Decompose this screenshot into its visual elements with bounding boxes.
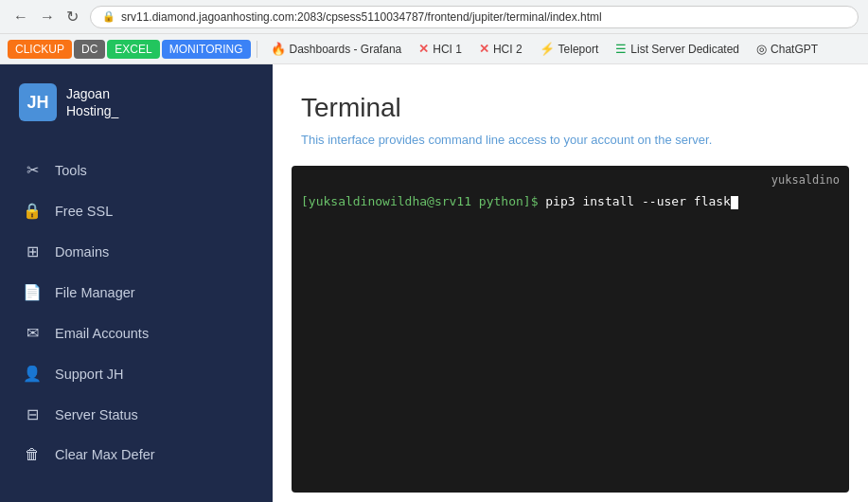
- terminal-content: [yuksaldinowildha@srv11 python]$ pip3 in…: [292, 166, 849, 219]
- page-subtitle: This interface provides command line acc…: [301, 133, 840, 147]
- back-button[interactable]: ←: [9, 7, 32, 27]
- page-title: Terminal: [301, 93, 840, 123]
- nav-buttons: ← → ↻: [9, 6, 82, 27]
- browser-chrome: ← → ↻ 🔒 srv11.diamond.jagoanhosting.com:…: [0, 0, 868, 34]
- prompt-user: [yuksaldinowildha@srv11 python]$: [301, 194, 538, 208]
- bookmark-clickup[interactable]: CLICKUP: [8, 40, 72, 59]
- server-status-icon: ⊟: [23, 405, 42, 423]
- url-text: srv11.diamond.jagoanhosting.com:2083/cps…: [121, 10, 602, 24]
- logo-box: JH: [19, 83, 57, 121]
- sidebar: JH Jagoan Hosting_ ✂ Tools 🔒 Free SSL ⊞ …: [0, 64, 273, 502]
- bookmark-hci1[interactable]: ✕ HCI 1: [411, 39, 469, 59]
- content-area: Terminal This interface provides command…: [273, 64, 868, 502]
- bookmark-teleport[interactable]: ⚡ Teleport: [532, 39, 607, 59]
- sidebar-item-clear-defer-label: Clear Max Defer: [55, 447, 155, 462]
- main-layout: JH Jagoan Hosting_ ✂ Tools 🔒 Free SSL ⊞ …: [0, 64, 868, 502]
- teleport-label: Teleport: [558, 43, 599, 56]
- lock-icon: 🔒: [102, 10, 115, 23]
- prompt-command: pip3 install --user flask: [538, 194, 731, 208]
- sidebar-item-email-label: Email Accounts: [55, 326, 149, 341]
- bookmark-monitoring[interactable]: MONITORING: [162, 40, 251, 59]
- cursor: [731, 196, 738, 209]
- clickup-label: CLICKUP: [15, 43, 64, 56]
- bookmark-separator-1: [257, 41, 257, 58]
- logo-text: Jagoan Hosting_: [66, 85, 118, 119]
- email-icon: ✉: [23, 324, 42, 342]
- terminal-username: yuksaldino: [771, 173, 840, 187]
- sidebar-item-free-ssl[interactable]: 🔒 Free SSL: [0, 190, 273, 231]
- hci2-label: HCI 2: [493, 43, 523, 56]
- chatgpt-icon: ◎: [756, 42, 767, 56]
- bookmark-hci2[interactable]: ✕ HCI 2: [471, 39, 530, 59]
- excel-label: EXCEL: [115, 43, 151, 56]
- sidebar-item-support-label: Support JH: [55, 367, 124, 382]
- ssl-icon: 🔒: [23, 202, 42, 220]
- bookmark-list-server[interactable]: ☰ List Server Dedicated: [608, 39, 747, 59]
- bookmarks-bar: CLICKUP DC EXCEL MONITORING 🔥 Dashboards…: [0, 34, 868, 64]
- sidebar-item-clear-max-defer[interactable]: 🗑 Clear Max Defer: [0, 435, 273, 475]
- content-header: Terminal This interface provides command…: [273, 64, 868, 156]
- terminal-area[interactable]: yuksaldino [yuksaldinowildha@srv11 pytho…: [292, 166, 849, 493]
- domains-icon: ⊞: [23, 242, 42, 260]
- sidebar-item-domains[interactable]: ⊞ Domains: [0, 231, 273, 272]
- logo-icon: JH: [27, 93, 48, 113]
- list-server-label: List Server Dedicated: [630, 43, 739, 56]
- sidebar-item-server-status-label: Server Status: [55, 407, 138, 422]
- refresh-button[interactable]: ↻: [62, 6, 82, 27]
- monitoring-label: MONITORING: [169, 43, 243, 56]
- bookmark-chatgpt[interactable]: ◎ ChatGPT: [749, 39, 825, 59]
- terminal-prompt: [yuksaldinowildha@srv11 python]$ pip3 in…: [301, 194, 738, 208]
- sidebar-logo: JH Jagoan Hosting_: [0, 64, 273, 140]
- sidebar-item-server-status[interactable]: ⊟ Server Status: [0, 394, 273, 435]
- clear-defer-icon: 🗑: [23, 446, 42, 463]
- sidebar-item-tools[interactable]: ✂ Tools: [0, 150, 273, 190]
- bookmark-dc[interactable]: DC: [74, 40, 105, 59]
- chatgpt-label: ChatGPT: [771, 43, 818, 56]
- sidebar-item-file-manager[interactable]: 📄 File Manager: [0, 272, 273, 313]
- forward-button[interactable]: →: [36, 7, 59, 27]
- logo-line2: Hosting_: [66, 102, 118, 119]
- hci1-label: HCI 1: [433, 43, 462, 56]
- tools-icon: ✂: [23, 161, 42, 179]
- hci2-icon: ✕: [479, 42, 489, 56]
- sidebar-item-file-manager-label: File Manager: [55, 285, 135, 300]
- bookmark-grafana[interactable]: 🔥 Dashboards - Grafana: [263, 39, 410, 59]
- list-server-icon: ☰: [615, 42, 627, 56]
- logo-line1: Jagoan: [66, 85, 118, 102]
- sidebar-item-support-jh[interactable]: 👤 Support JH: [0, 353, 273, 394]
- support-icon: 👤: [23, 365, 42, 383]
- bookmark-excel[interactable]: EXCEL: [107, 40, 159, 59]
- address-bar[interactable]: 🔒 srv11.diamond.jagoanhosting.com:2083/c…: [90, 6, 859, 28]
- grafana-label: Dashboards - Grafana: [290, 43, 402, 56]
- file-manager-icon: 📄: [23, 283, 42, 301]
- hci1-icon: ✕: [418, 42, 429, 56]
- grafana-icon: 🔥: [271, 42, 286, 56]
- sidebar-item-tools-label: Tools: [55, 163, 87, 178]
- teleport-icon: ⚡: [540, 42, 555, 56]
- sidebar-item-email-accounts[interactable]: ✉ Email Accounts: [0, 313, 273, 353]
- dc-label: DC: [81, 43, 97, 56]
- sidebar-item-ssl-label: Free SSL: [55, 204, 113, 219]
- sidebar-nav: ✂ Tools 🔒 Free SSL ⊞ Domains 📄 File Mana…: [0, 140, 273, 484]
- sidebar-item-domains-label: Domains: [55, 244, 109, 260]
